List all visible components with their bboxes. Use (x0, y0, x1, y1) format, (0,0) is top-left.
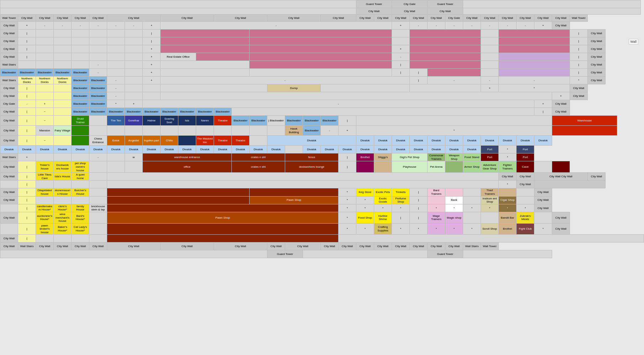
cell: City Wall (374, 242, 392, 250)
cell: * (428, 223, 445, 235)
cell: City Wall (18, 15, 36, 22)
cell: City Wall (588, 30, 606, 37)
cell: City Wall (517, 15, 534, 22)
cell (463, 212, 481, 223)
cell (89, 53, 107, 61)
cell (36, 61, 54, 69)
cell (534, 212, 552, 223)
cell (196, 53, 250, 61)
cell (72, 136, 89, 146)
cell: City Gate (0, 100, 18, 108)
table-row: City Wall | Mansion Fairy Village Hawk B… (0, 126, 644, 136)
cell: Divalok (428, 136, 445, 146)
cell: City Wall (214, 15, 267, 22)
cell-adventure-gear: Adventure Gear Shop (481, 161, 499, 173)
cell: | (18, 92, 36, 100)
cell (107, 235, 339, 242)
cell (410, 53, 481, 61)
cell-gigis-pet-shop: Gigi's Pet Shop (392, 153, 428, 161)
cell-perfume-shop: Perfume Shop (392, 196, 410, 204)
cell: City Wall (428, 242, 445, 250)
cell (89, 196, 107, 204)
cell: | (410, 204, 428, 212)
cell: Divalok (178, 146, 196, 153)
cell-stonemasons: stonemasons House (54, 188, 72, 196)
cell-pawn-brokers: pawn broker's house (36, 223, 54, 235)
cell (232, 126, 250, 136)
cell (534, 161, 552, 173)
cell (481, 30, 499, 37)
cell-pink-large-2 (250, 30, 392, 37)
cell: Blackwater (303, 116, 321, 126)
cell (36, 181, 54, 188)
cell: Port (517, 153, 534, 161)
cell (107, 173, 499, 181)
cell: - (107, 92, 125, 100)
cell (178, 126, 196, 136)
cell: Blackwater (18, 69, 36, 77)
cell (178, 136, 196, 146)
cell: Divalok (445, 146, 463, 153)
cell: Divalok (428, 146, 445, 153)
cell (143, 126, 161, 136)
cell (72, 30, 89, 37)
cell (356, 116, 552, 126)
cell: City Wall (392, 15, 410, 22)
cell: | (18, 235, 36, 242)
cell: | (339, 116, 356, 126)
cell: - (428, 77, 481, 84)
cell: | (18, 84, 36, 92)
cell: Wall Stairs (18, 242, 36, 250)
cell (36, 153, 54, 161)
cell-the-ten: The Ten (107, 116, 125, 126)
cell: + (143, 22, 161, 30)
cell: City Wall (161, 242, 214, 250)
cell: * (374, 204, 392, 212)
cell: City Wall (428, 15, 445, 22)
cell (36, 235, 54, 242)
cell: Divalok (499, 136, 517, 146)
city-map-table: Guard Tower City Gate Guard Tower City W… (0, 0, 644, 258)
cell (250, 69, 392, 77)
cell: Divalok (445, 136, 463, 146)
cell (0, 8, 356, 15)
cell: Divalok (481, 136, 499, 146)
cell: City Wall (0, 92, 18, 100)
cell-northern-docks-1: Northern Docks (18, 77, 36, 84)
cell: City Wall (588, 61, 606, 69)
cell-dilapidated-house: Dilapidated house (36, 188, 54, 196)
cell (303, 250, 428, 258)
cell-port-2: Port (517, 146, 534, 153)
cell (463, 8, 641, 15)
cell: City Wall (0, 84, 18, 92)
cell (321, 84, 410, 92)
cell (499, 37, 570, 45)
cell (534, 181, 606, 188)
cell (125, 53, 143, 61)
cell: Blackwater (72, 69, 89, 77)
table-row: City Wall | Tinker's house Dockwork ers … (0, 161, 644, 173)
cell (161, 45, 250, 53)
table-row: City Wall City Wall City Wall (0, 8, 644, 15)
cell: | (18, 204, 36, 212)
cell (125, 84, 143, 92)
cell: + (481, 84, 499, 92)
cell: City Wall (0, 136, 18, 146)
cell: City Wall (463, 15, 481, 22)
cell (36, 37, 54, 45)
wall-label: Wall (629, 39, 638, 45)
cell-theatre-3: Theatre (232, 136, 250, 146)
cell: City Wall (321, 242, 339, 250)
cell-little-tikes: Little Tikes Care (36, 173, 54, 181)
cell-zubraks-meats: Zubrak's Meats (517, 212, 534, 223)
cell: City Wall (517, 173, 534, 181)
table-row-bottom-wall: City Wall Wall Stairs City Wall City Wal… (0, 242, 644, 250)
cell: ~ (36, 136, 54, 146)
cell-trinkets: Trinkets (392, 188, 410, 196)
cell: City Wall (36, 15, 54, 22)
cell: Blackwater (303, 126, 321, 136)
cell: + (143, 69, 161, 77)
cell: City Gate (445, 15, 463, 22)
table-row-guard-tower-bottom: Guard Tower Guard Tower (0, 250, 644, 258)
cell-exotic-goods: Exotic Goods (374, 196, 392, 204)
